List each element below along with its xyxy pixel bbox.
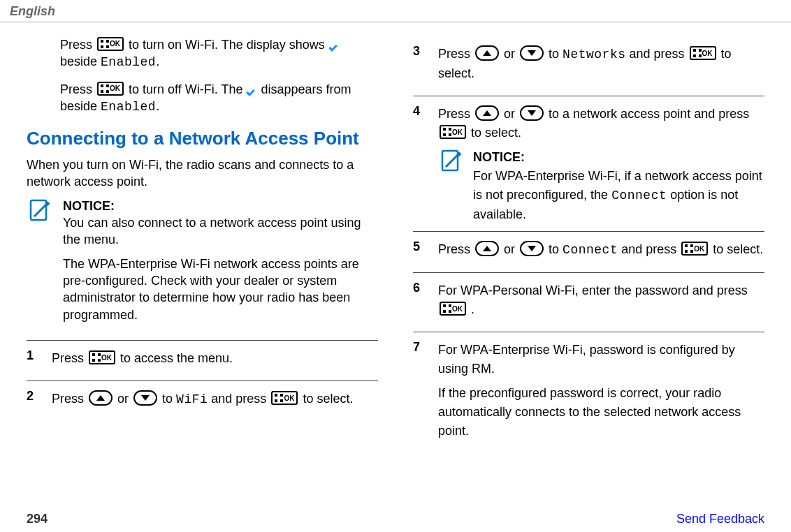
down-arrow-icon [133, 390, 157, 406]
down-arrow-icon [520, 105, 544, 121]
step-7: For WPA-Enterprise Wi-Fi, password is co… [413, 332, 764, 453]
step-5: Press or to Connect and press to select. [413, 231, 764, 272]
steps-left: Press to access the menu. Press or to Wi… [27, 340, 378, 422]
up-arrow-icon [89, 390, 113, 406]
ok-button-icon [681, 242, 708, 256]
step-4-notice: NOTICE: For WPA-Enterprise Wi-Fi, if a n… [438, 148, 764, 224]
notice-block: NOTICE: You can also connect to a networ… [27, 198, 378, 330]
enabled-text: Enabled [101, 100, 156, 114]
page-body: Press to turn on Wi-Fi. The display show… [0, 22, 791, 460]
up-arrow-icon [475, 105, 499, 121]
notice-label: NOTICE: [473, 150, 525, 164]
doc-header: English [0, 0, 791, 22]
checkmark-icon [329, 40, 339, 50]
connect-text: Connect [563, 243, 618, 257]
down-arrow-icon [520, 241, 544, 256]
wifi-off-paragraph: Press to turn off Wi-Fi. The disappears … [60, 81, 378, 116]
ok-button-icon [690, 46, 716, 60]
svg-line-5 [447, 155, 458, 166]
ok-button-icon [440, 125, 466, 139]
ok-button-icon [97, 82, 124, 96]
step-2: Press or to WiFi and press to select. [27, 380, 378, 422]
section-intro: When you turn on Wi-Fi, the radio scans … [27, 156, 378, 191]
down-arrow-icon [520, 45, 544, 61]
enabled-text: Enabled [101, 55, 156, 69]
wifi-text: WiFi [176, 392, 208, 406]
svg-rect-0 [31, 200, 46, 220]
checkmark-icon [247, 84, 256, 94]
connect-text: Connect [611, 189, 667, 202]
ok-button-icon [271, 391, 298, 405]
step-1: Press to access the menu. [27, 340, 378, 380]
language-label: English [10, 4, 55, 18]
step-4: Press or to a network access point and p… [413, 96, 764, 231]
notice-text: NOTICE: You can also connect to a networ… [63, 198, 378, 330]
right-column: Press or to Networks and press to select… [413, 36, 764, 453]
page-footer: 294 Send Feedback [0, 512, 791, 526]
left-column: Press to turn on Wi-Fi. The display show… [27, 36, 378, 453]
section-heading: Connecting to a Network Access Point [27, 128, 378, 149]
notice-label: NOTICE: [63, 199, 115, 213]
networks-text: Networks [563, 47, 625, 61]
up-arrow-icon [475, 45, 499, 61]
notice-text: NOTICE: For WPA-Enterprise Wi-Fi, if a n… [473, 148, 764, 224]
svg-line-1 [35, 205, 46, 216]
ok-button-icon [440, 302, 466, 316]
ok-button-icon [97, 37, 124, 51]
up-arrow-icon [475, 241, 499, 256]
wifi-on-paragraph: Press to turn on Wi-Fi. The display show… [60, 36, 378, 71]
ok-button-icon [89, 350, 115, 364]
svg-rect-4 [442, 151, 458, 170]
notice-icon [438, 148, 465, 224]
step-3: Press or to Networks and press to select… [413, 36, 764, 96]
send-feedback-link[interactable]: Send Feedback [676, 512, 764, 526]
steps-right: Press or to Networks and press to select… [413, 36, 764, 453]
step-6: For WPA-Personal Wi-Fi, enter the passwo… [413, 272, 764, 332]
page-number: 294 [27, 512, 48, 526]
notice-icon [27, 198, 53, 330]
